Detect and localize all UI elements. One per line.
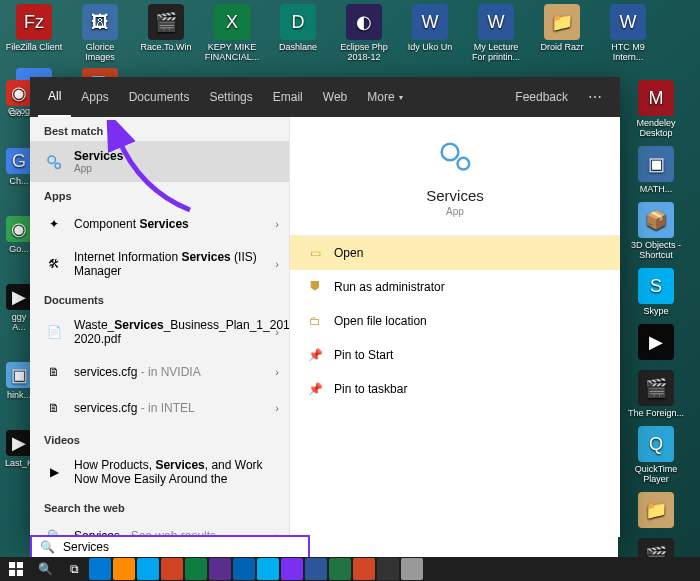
result-label: Component Services xyxy=(74,217,275,231)
pin-icon: 📌 xyxy=(308,382,322,396)
taskbar-app-button[interactable] xyxy=(281,558,303,580)
search-tabs: All Apps Documents Settings Email Web Mo… xyxy=(30,77,620,117)
taskbar-app-button[interactable] xyxy=(209,558,231,580)
desktop-icon[interactable]: XKEPY MIKE FINANCIAL... xyxy=(202,4,262,62)
app-icon: G xyxy=(6,148,32,174)
icon-label: Droid Razr xyxy=(540,42,583,52)
result-label: Internet Information Services (IIS) Mana… xyxy=(74,250,275,278)
tab-settings[interactable]: Settings xyxy=(199,77,262,117)
taskbar-app-button[interactable] xyxy=(185,558,207,580)
tab-all[interactable]: All xyxy=(38,77,71,117)
icon-label: Ch... xyxy=(9,176,28,186)
taskbar-app-button[interactable] xyxy=(329,558,351,580)
action-label: Pin to taskbar xyxy=(334,382,407,396)
app-icon: W xyxy=(412,4,448,40)
svg-rect-6 xyxy=(9,570,15,576)
result-subtitle: App xyxy=(74,163,275,174)
taskbar-app-button[interactable] xyxy=(401,558,423,580)
desktop-icon[interactable]: MMendeley Desktop xyxy=(626,80,686,138)
desktop-icon[interactable]: DDashlane xyxy=(268,4,328,62)
start-button[interactable] xyxy=(2,558,30,580)
tab-more[interactable]: More xyxy=(357,77,412,117)
desktop-icon[interactable]: WMy Lecture For printin... xyxy=(466,4,526,62)
app-icon: D xyxy=(280,4,316,40)
action-pin-start[interactable]: 📌 Pin to Start xyxy=(290,338,620,372)
icon-label: Glorice Images xyxy=(70,42,130,62)
result-label: services.cfg - in INTEL xyxy=(74,401,275,415)
taskbar-app-button[interactable] xyxy=(233,558,255,580)
apps-header: Apps xyxy=(30,182,289,206)
action-open-location[interactable]: 🗀 Open file location xyxy=(290,304,620,338)
result-services-app[interactable]: Services App xyxy=(30,141,289,182)
desktop-icon[interactable]: SSkype xyxy=(626,268,686,316)
more-options-icon[interactable]: ⋯ xyxy=(578,89,612,105)
app-icon: S xyxy=(638,268,674,304)
desktop-icon[interactable]: WIdy Uko Un xyxy=(400,4,460,62)
taskbar-app-button[interactable] xyxy=(161,558,183,580)
feedback-link[interactable]: Feedback xyxy=(505,77,578,117)
desktop-icon[interactable]: 🖼Glorice Images xyxy=(70,4,130,62)
taskbar-app-button[interactable] xyxy=(89,558,111,580)
search-icon: 🔍 xyxy=(44,526,64,537)
desktop-icon[interactable]: 📁 xyxy=(626,492,686,530)
icon-label: Last_K xyxy=(5,458,33,468)
app-icon: M xyxy=(638,80,674,116)
chevron-right-icon: › xyxy=(275,258,279,270)
video-icon: ▶ xyxy=(44,462,64,482)
tab-email[interactable]: Email xyxy=(263,77,313,117)
taskbar-app-button[interactable] xyxy=(113,558,135,580)
taskbar-app-button[interactable] xyxy=(353,558,375,580)
pdf-icon: 📄 xyxy=(44,322,64,342)
result-label: How Products, Services, and Work Now Mov… xyxy=(74,458,275,486)
task-view-icon[interactable]: ⧉ xyxy=(60,558,88,580)
result-cfg-nvidia[interactable]: 🗎 services.cfg - in NVIDIA › xyxy=(30,354,289,390)
taskbar-app-button[interactable] xyxy=(377,558,399,580)
app-icon: W xyxy=(478,4,514,40)
svg-point-1 xyxy=(55,163,60,168)
taskbar-app-button[interactable] xyxy=(257,558,279,580)
action-pin-taskbar[interactable]: 📌 Pin to taskbar xyxy=(290,372,620,406)
action-open[interactable]: ▭ Open xyxy=(290,236,620,270)
tab-documents[interactable]: Documents xyxy=(119,77,200,117)
taskbar-app-button[interactable] xyxy=(137,558,159,580)
svg-rect-5 xyxy=(17,562,23,568)
svg-point-2 xyxy=(442,144,459,161)
pin-icon: 📌 xyxy=(308,348,322,362)
desktop-icon[interactable]: ▣MATH... xyxy=(626,146,686,194)
tab-web[interactable]: Web xyxy=(313,77,357,117)
app-icon: 📁 xyxy=(638,492,674,528)
tab-apps[interactable]: Apps xyxy=(71,77,118,117)
search-taskbar-icon[interactable]: 🔍 xyxy=(31,558,59,580)
icon-label: Skype xyxy=(643,306,668,316)
app-icon: ◉ xyxy=(6,216,32,242)
result-iis-manager[interactable]: 🛠 Internet Information Services (IIS) Ma… xyxy=(30,242,289,286)
icon-label: Dashlane xyxy=(279,42,317,52)
search-bar[interactable]: 🔍 Services xyxy=(32,537,618,557)
result-label: Waste_Services_Business_Plan_1_2015-2020… xyxy=(74,318,290,346)
search-input[interactable]: Services xyxy=(63,540,109,554)
icon-label: 3D Objects - Shortcut xyxy=(626,240,686,260)
best-match-header: Best match xyxy=(30,117,289,141)
result-video[interactable]: ▶ How Products, Services, and Work Now M… xyxy=(30,450,289,494)
desktop-icon[interactable]: QQuickTime Player xyxy=(626,426,686,484)
desktop-icon[interactable]: 📁Droid Razr xyxy=(532,4,592,62)
desktop-icon[interactable]: 🎬The Foreign... xyxy=(626,370,686,418)
file-icon: 🗎 xyxy=(44,398,64,418)
app-icon: ▶ xyxy=(6,284,32,310)
chevron-right-icon: › xyxy=(275,530,279,537)
result-cfg-intel[interactable]: 🗎 services.cfg - in INTEL › xyxy=(30,390,289,426)
action-label: Run as administrator xyxy=(334,280,445,294)
result-web-search[interactable]: 🔍 Services - See web results › xyxy=(30,518,289,537)
action-run-admin[interactable]: ⛊ Run as administrator xyxy=(290,270,620,304)
desktop-icon[interactable]: FzFileZilla Client xyxy=(4,4,64,62)
desktop-icon[interactable]: 📦3D Objects - Shortcut xyxy=(626,202,686,260)
desktop-icon[interactable]: ▶ xyxy=(626,324,686,362)
result-component-services[interactable]: ✦ Component Services › xyxy=(30,206,289,242)
svg-rect-4 xyxy=(9,562,15,568)
desktop-icon[interactable]: 🎬Race.To.Win xyxy=(136,4,196,62)
taskbar-app-button[interactable] xyxy=(305,558,327,580)
action-label: Pin to Start xyxy=(334,348,393,362)
desktop-icon[interactable]: WHTC M9 Intern... xyxy=(598,4,658,62)
result-waste-pdf[interactable]: 📄 Waste_Services_Business_Plan_1_2015-20… xyxy=(30,310,289,354)
desktop-icon[interactable]: ◐Eclipse Php 2018-12 xyxy=(334,4,394,62)
